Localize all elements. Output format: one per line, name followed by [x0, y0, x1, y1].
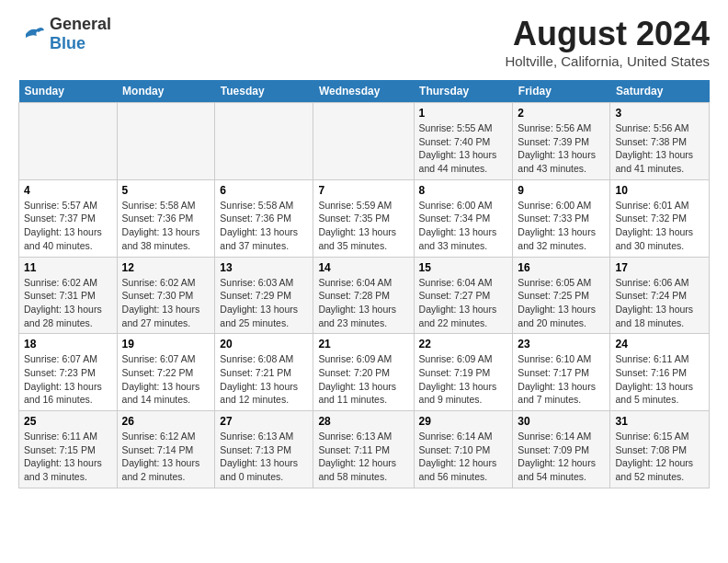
day-number: 1 [419, 107, 508, 120]
day-header-wednesday: Wednesday [313, 80, 414, 103]
day-info: Sunrise: 6:04 AMSunset: 7:28 PMDaylight:… [318, 276, 408, 330]
day-number: 4 [24, 184, 112, 197]
calendar-cell: 15Sunrise: 6:04 AMSunset: 7:27 PMDayligh… [414, 257, 513, 334]
day-info: Sunrise: 5:56 AMSunset: 7:39 PMDaylight:… [518, 121, 605, 176]
day-number: 5 [122, 184, 210, 197]
day-info: Sunrise: 6:13 AMSunset: 7:13 PMDaylight:… [220, 430, 308, 484]
calendar-cell: 18Sunrise: 6:07 AMSunset: 7:23 PMDayligh… [19, 334, 118, 411]
calendar-cell: 28Sunrise: 6:13 AMSunset: 7:11 PMDayligh… [313, 411, 414, 488]
header: General Blue August 2024 Holtville, Cali… [18, 15, 710, 69]
day-number: 30 [518, 415, 605, 428]
day-number: 8 [419, 184, 508, 197]
title-area: August 2024 Holtville, California, Unite… [505, 15, 710, 69]
logo-icon [18, 23, 46, 45]
day-info: Sunrise: 6:08 AMSunset: 7:21 PMDaylight:… [220, 352, 308, 407]
day-number: 13 [220, 261, 308, 274]
day-info: Sunrise: 6:11 AMSunset: 7:15 PMDaylight:… [24, 430, 112, 484]
day-number: 10 [615, 184, 704, 197]
day-number: 25 [24, 415, 112, 428]
day-info: Sunrise: 6:12 AMSunset: 7:14 PMDaylight:… [122, 430, 210, 484]
day-header-monday: Monday [117, 80, 215, 103]
day-number: 27 [220, 415, 308, 428]
day-info: Sunrise: 5:57 AMSunset: 7:37 PMDaylight:… [24, 199, 112, 253]
calendar-cell [117, 103, 215, 180]
calendar-title: August 2024 [505, 15, 710, 53]
calendar-cell: 16Sunrise: 6:05 AMSunset: 7:25 PMDayligh… [513, 257, 610, 334]
calendar-week-5: 25Sunrise: 6:11 AMSunset: 7:15 PMDayligh… [19, 411, 710, 488]
day-info: Sunrise: 6:07 AMSunset: 7:23 PMDaylight:… [24, 352, 112, 407]
day-info: Sunrise: 6:00 AMSunset: 7:33 PMDaylight:… [518, 199, 605, 253]
day-header-tuesday: Tuesday [215, 80, 313, 103]
day-info: Sunrise: 6:02 AMSunset: 7:30 PMDaylight:… [122, 276, 210, 330]
day-number: 15 [419, 261, 508, 274]
calendar-cell: 17Sunrise: 6:06 AMSunset: 7:24 PMDayligh… [610, 257, 710, 334]
day-number: 19 [122, 338, 210, 350]
day-info: Sunrise: 5:59 AMSunset: 7:35 PMDaylight:… [318, 199, 408, 253]
day-number: 17 [615, 261, 704, 274]
day-info: Sunrise: 6:01 AMSunset: 7:32 PMDaylight:… [615, 199, 704, 253]
calendar-cell: 8Sunrise: 6:00 AMSunset: 7:34 PMDaylight… [414, 179, 513, 257]
day-info: Sunrise: 6:14 AMSunset: 7:09 PMDaylight:… [518, 430, 605, 484]
day-info: Sunrise: 6:05 AMSunset: 7:25 PMDaylight:… [518, 276, 605, 330]
day-number: 31 [615, 415, 704, 428]
calendar-cell: 13Sunrise: 6:03 AMSunset: 7:29 PMDayligh… [215, 257, 313, 334]
calendar-cell: 3Sunrise: 5:56 AMSunset: 7:38 PMDaylight… [610, 103, 710, 180]
calendar-cell: 25Sunrise: 6:11 AMSunset: 7:15 PMDayligh… [19, 411, 118, 488]
day-number: 6 [220, 184, 308, 197]
day-info: Sunrise: 5:55 AMSunset: 7:40 PMDaylight:… [419, 121, 508, 176]
day-info: Sunrise: 6:07 AMSunset: 7:22 PMDaylight:… [122, 352, 210, 407]
calendar-cell: 2Sunrise: 5:56 AMSunset: 7:39 PMDaylight… [513, 103, 610, 180]
calendar-cell [19, 103, 118, 180]
calendar-cell: 14Sunrise: 6:04 AMSunset: 7:28 PMDayligh… [313, 257, 414, 334]
calendar-week-1: 1Sunrise: 5:55 AMSunset: 7:40 PMDaylight… [19, 103, 710, 180]
calendar-cell: 22Sunrise: 6:09 AMSunset: 7:19 PMDayligh… [414, 334, 513, 411]
day-number: 21 [318, 338, 408, 350]
day-header-saturday: Saturday [610, 80, 710, 103]
day-info: Sunrise: 6:00 AMSunset: 7:34 PMDaylight:… [419, 199, 508, 253]
day-number: 12 [122, 261, 210, 274]
day-number: 3 [615, 107, 704, 120]
calendar-subtitle: Holtville, California, United States [505, 53, 710, 69]
day-number: 26 [122, 415, 210, 428]
day-header-sunday: Sunday [19, 80, 118, 103]
day-header-thursday: Thursday [414, 80, 513, 103]
calendar-cell: 12Sunrise: 6:02 AMSunset: 7:30 PMDayligh… [117, 257, 215, 334]
day-number: 23 [518, 338, 605, 350]
day-info: Sunrise: 5:56 AMSunset: 7:38 PMDaylight:… [615, 121, 704, 176]
day-headers-row: SundayMondayTuesdayWednesdayThursdayFrid… [19, 80, 710, 103]
calendar-week-3: 11Sunrise: 6:02 AMSunset: 7:31 PMDayligh… [19, 257, 710, 334]
day-number: 20 [220, 338, 308, 350]
calendar-cell: 6Sunrise: 5:58 AMSunset: 7:36 PMDaylight… [215, 179, 313, 257]
day-number: 29 [419, 415, 508, 428]
day-info: Sunrise: 6:03 AMSunset: 7:29 PMDaylight:… [220, 276, 308, 330]
logo-general: General [50, 15, 111, 33]
calendar-cell: 29Sunrise: 6:14 AMSunset: 7:10 PMDayligh… [414, 411, 513, 488]
day-info: Sunrise: 5:58 AMSunset: 7:36 PMDaylight:… [220, 199, 308, 253]
day-number: 28 [318, 415, 408, 428]
calendar-cell: 26Sunrise: 6:12 AMSunset: 7:14 PMDayligh… [117, 411, 215, 488]
day-info: Sunrise: 6:13 AMSunset: 7:11 PMDaylight:… [318, 430, 408, 484]
logo-text: General Blue [50, 15, 111, 53]
calendar-week-4: 18Sunrise: 6:07 AMSunset: 7:23 PMDayligh… [19, 334, 710, 411]
calendar-cell [313, 103, 414, 180]
calendar-cell [215, 103, 313, 180]
day-header-friday: Friday [513, 80, 610, 103]
day-number: 2 [518, 107, 605, 120]
day-info: Sunrise: 6:09 AMSunset: 7:19 PMDaylight:… [419, 352, 508, 407]
calendar-cell: 30Sunrise: 6:14 AMSunset: 7:09 PMDayligh… [513, 411, 610, 488]
day-info: Sunrise: 6:06 AMSunset: 7:24 PMDaylight:… [615, 276, 704, 330]
calendar-cell: 5Sunrise: 5:58 AMSunset: 7:36 PMDaylight… [117, 179, 215, 257]
calendar-cell: 23Sunrise: 6:10 AMSunset: 7:17 PMDayligh… [513, 334, 610, 411]
day-number: 18 [24, 338, 112, 350]
day-number: 22 [419, 338, 508, 350]
day-number: 14 [318, 261, 408, 274]
day-info: Sunrise: 6:15 AMSunset: 7:08 PMDaylight:… [615, 430, 704, 484]
calendar-cell: 4Sunrise: 5:57 AMSunset: 7:37 PMDaylight… [19, 179, 118, 257]
day-info: Sunrise: 5:58 AMSunset: 7:36 PMDaylight:… [122, 199, 210, 253]
day-number: 9 [518, 184, 605, 197]
calendar-cell: 19Sunrise: 6:07 AMSunset: 7:22 PMDayligh… [117, 334, 215, 411]
calendar-cell: 1Sunrise: 5:55 AMSunset: 7:40 PMDaylight… [414, 103, 513, 180]
calendar-cell: 11Sunrise: 6:02 AMSunset: 7:31 PMDayligh… [19, 257, 118, 334]
calendar-cell: 24Sunrise: 6:11 AMSunset: 7:16 PMDayligh… [610, 334, 710, 411]
calendar-cell: 10Sunrise: 6:01 AMSunset: 7:32 PMDayligh… [610, 179, 710, 257]
